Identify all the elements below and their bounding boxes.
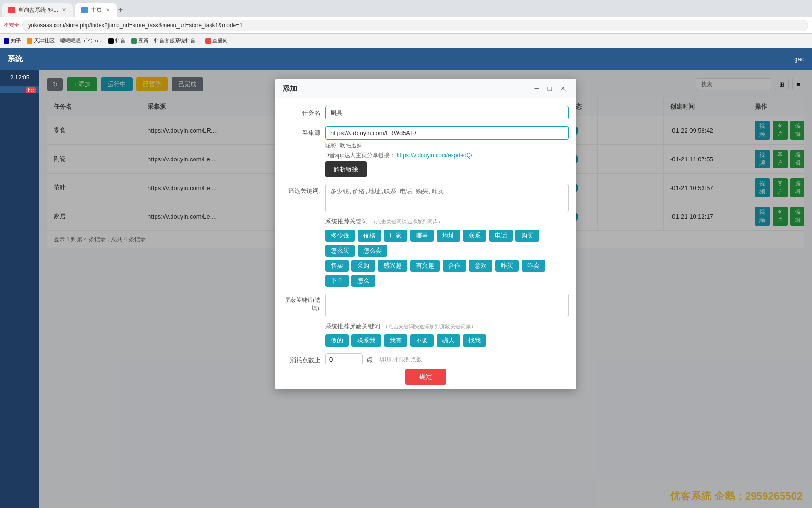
tag-lianxi[interactable]: 联系 [463,230,486,242]
recommend-tags-row1: 多少钱 价格 厂家 哪里 地址 联系 电话 购买 怎么买 [325,230,569,257]
main-content: ↻ + 添加 运行中 已暂停 已完成 ⊞ ≡ 任务名 采集源 任务状态 [39,70,812,508]
tag-dizhi[interactable]: 地址 [437,230,460,242]
add-modal: 添加 ─ □ ✕ 任务名 [275,79,576,389]
douban-icon [131,38,137,44]
modal-close-btn[interactable]: ✕ [557,84,569,93]
sidebar-time: 2-12:05 [10,74,30,81]
tag-duoshaoqian[interactable]: 多少钱 [325,230,355,242]
bookmark-live[interactable]: 直播间 [205,37,228,44]
shield-tags: 假的 联系我 我有 不要 骗人 找我 [325,334,569,347]
app-header: 系统 gao [0,48,812,70]
tab2-favicon [81,7,88,13]
task-name-input[interactable] [325,106,569,119]
sidebar: 2-12:05 hot ‹ [0,70,39,508]
source-nickname: 昵称: 吹毛迅妹 [325,142,362,149]
points-row: 消耗点数上限: 点 填0则不限制点数 [283,353,569,364]
shield-tag-buyao[interactable]: 不要 [410,334,434,347]
sidebar-item-main[interactable]: hot [0,86,39,93]
app-user: gao [794,56,804,63]
tag-zamai[interactable]: 咋买 [495,260,519,272]
recommend-tags-row2: 售卖 采购 感兴趣 有兴趣 合作 意欢 咋买 咋卖 下单 [325,260,569,287]
tab1-close[interactable]: ✕ [62,7,66,13]
task-name-row: 任务名 [283,106,569,119]
tag-shoumai[interactable]: 售卖 [325,260,349,272]
bookmark-zhihu[interactable]: 知乎 [4,37,21,44]
shield-keywords-input[interactable] [325,294,569,317]
tag-nali[interactable]: 哪里 [410,230,434,242]
parse-link-button[interactable]: 解析链接 [325,161,367,177]
tag-xiadan[interactable]: 下单 [325,275,349,287]
tag-zenme[interactable]: 怎么 [351,275,375,287]
modal-minimize-btn[interactable]: ─ [532,84,542,93]
shield-tag-zhaowo[interactable]: 找我 [463,334,486,347]
tag-yihuan[interactable]: 意欢 [469,260,492,272]
douyin-icon [108,38,114,44]
bookmark-tianjin[interactable]: 天津社区 [27,37,55,44]
shield-keywords-label: 屏蔽关键词(选填): [283,294,320,312]
task-name-label: 任务名 [283,106,320,117]
shield-recommend-section: 系统推荐屏蔽关键词 （点击关键词快速添加到屏蔽关键词库） 假的 联系我 我有 不… [325,322,569,347]
bookmarks-bar: 知乎 天津社区 嗯嗯嗯嗯（`·'）o... 抖音 豆瓣 抖音客服系统抖音... … [0,34,812,48]
shield-tag-lianxiwo[interactable]: 联系我 [351,334,381,347]
shield-tag-woyou[interactable]: 我有 [384,334,407,347]
tag-hezuo[interactable]: 合作 [443,260,466,272]
source-detail-prefix: D音app达人主页分享链接： [325,152,395,159]
tag-ganxingqu[interactable]: 感兴趣 [378,260,407,272]
tag-zamai2[interactable]: 咋卖 [522,260,545,272]
tab2-close[interactable]: ✕ [106,7,110,13]
shield-recommend-label: 系统推荐屏蔽关键词 （点击关键词快速添加到屏蔽关键词库） [325,322,569,331]
source-detail-url: https://v.douyin.com/espdeqQ/ [397,152,472,159]
filter-keywords-input[interactable] [325,184,569,212]
modal-header: 添加 ─ □ ✕ [275,79,576,98]
confirm-button[interactable]: 确定 [405,369,446,385]
points-unit: 点 [367,356,373,364]
recommend-label: 系统推荐关键词 （点击关键词快速添加到词库） [325,217,569,226]
modal-title: 添加 [283,84,297,93]
bookmark-douban[interactable]: 豆瓣 [131,37,148,44]
tag-dianhua[interactable]: 电话 [489,230,513,242]
bookmark-kefu[interactable]: 抖音客服系统抖音... [154,37,200,44]
address-bar[interactable]: yokosaas.com/store.php/index?jump_url=st… [22,20,808,31]
tianjin-icon [27,38,32,44]
shield-keywords-row: 屏蔽关键词(选填): 系统推荐屏蔽关键词 （点击关键词快速添加到屏蔽关键词库） [283,294,569,347]
new-tab-button[interactable]: + [118,6,123,14]
hot-badge: hot [26,87,36,93]
points-input[interactable] [325,353,363,364]
recommend-keywords-section: 系统推荐关键词 （点击关键词快速添加到词库） 多少钱 价格 厂家 哪里 地址 [325,217,569,287]
modal-body: 任务名 采集源 昵称: 吹毛迅妹 [275,98,576,364]
tab1-favicon [8,7,15,13]
source-detail: D音app达人主页分享链接： https://v.douyin.com/espd… [325,151,569,159]
modal-overlay: 添加 ─ □ ✕ 任务名 [39,70,812,508]
modal-maximize-btn[interactable]: □ [545,84,554,93]
source-input[interactable] [325,126,569,140]
tag-goumai[interactable]: 购买 [515,230,539,242]
tag-zenmemai2[interactable]: 怎么卖 [358,245,387,257]
tag-youxingqu[interactable]: 有兴趣 [410,260,440,272]
source-row: 采集源 昵称: 吹毛迅妹 D音app达人主页分享链接： https://v.do… [283,126,569,177]
tab2-label: 主页 [91,6,102,14]
tab1-label: 查询盘系统-矩... [18,6,58,14]
tab-2[interactable]: 主页 ✕ [75,3,117,17]
bookmark-douyin[interactable]: 抖音 [108,37,125,44]
source-info: 昵称: 吹毛迅妹 [325,142,569,150]
live-icon [205,38,211,44]
shield-tag-jiadi[interactable]: 假的 [325,334,349,347]
shield-tag-pianren[interactable]: 骗人 [437,334,460,347]
zhihu-icon [4,38,9,44]
points-label: 消耗点数上限: [283,353,320,364]
tag-jiage[interactable]: 价格 [358,230,381,242]
tag-changjia[interactable]: 厂家 [384,230,407,242]
modal-footer: 确定 [275,364,576,389]
filter-keywords-row: 筛选关键词: 系统推荐关键词 （点击关键词快速添加到词库） 多少钱 [283,184,569,287]
source-label: 采集源 [283,126,320,137]
tag-caigou[interactable]: 采购 [351,260,375,272]
insecure-label: 不安全 [4,22,19,29]
bookmark-emoji[interactable]: 嗯嗯嗯嗯（`·'）o... [60,37,102,44]
tab-1[interactable]: 查询盘系统-矩... ✕ [2,3,73,17]
points-hint: 填0则不限制点数 [379,356,422,364]
filter-keywords-label: 筛选关键词: [283,184,320,195]
app-title: 系统 [8,54,23,64]
tag-zenmemai[interactable]: 怎么买 [325,245,355,257]
